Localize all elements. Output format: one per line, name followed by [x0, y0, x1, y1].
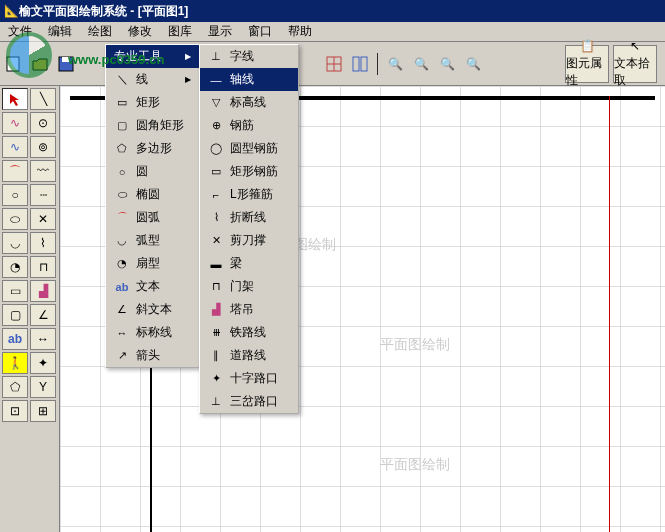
dd-roundrebar[interactable]: ◯圆型钢筋	[200, 137, 298, 160]
menu-library[interactable]: 图库	[160, 21, 200, 42]
tool-poly[interactable]: ⬠	[2, 376, 28, 398]
tool-fan[interactable]: ◔	[2, 256, 28, 278]
titlebar: 📐 榆文平面图绘制系统 - [平面图1]	[0, 0, 665, 22]
dd-railway[interactable]: ⧻铁路线	[200, 321, 298, 344]
dd-arc[interactable]: ⌒圆弧	[106, 206, 199, 229]
dd-roundrect[interactable]: ▢圆角矩形	[106, 114, 199, 137]
svg-rect-2	[62, 57, 70, 62]
tool-misc1[interactable]: ⊡	[2, 400, 28, 422]
text-pick-button[interactable]: ↖ 文本拾取	[613, 45, 657, 83]
menu-edit[interactable]: 编辑	[40, 21, 80, 42]
elevline-icon: ▽	[208, 95, 224, 111]
fan-icon: ◔	[114, 256, 130, 272]
tool-axis[interactable]: ⊙	[30, 112, 56, 134]
tool-rect[interactable]: ▭	[2, 280, 28, 302]
tool-line[interactable]: ╲	[30, 88, 56, 110]
pointer-icon: ↖	[630, 39, 640, 53]
dd-breakline[interactable]: ⌇折断线	[200, 206, 298, 229]
menu-view[interactable]: 显示	[200, 21, 240, 42]
tool-person[interactable]: 🚶	[2, 352, 28, 374]
tool-dim[interactable]: ↔	[30, 328, 56, 350]
tool-halfcircle[interactable]: ◡	[2, 232, 28, 254]
svg-rect-6	[353, 57, 359, 71]
dd-tjunction[interactable]: ⊥三岔路口	[200, 390, 298, 413]
dd-text[interactable]: ab文本	[106, 275, 199, 298]
dd-beam[interactable]: ▬梁	[200, 252, 298, 275]
dd-arctype[interactable]: ◡弧型	[106, 229, 199, 252]
tool-cross[interactable]: ✕	[30, 208, 56, 230]
tool-polyline[interactable]: ∿	[2, 112, 28, 134]
menu-window[interactable]: 窗口	[240, 21, 280, 42]
beam-icon: ▬	[208, 256, 224, 272]
arrow-icon: ↗	[114, 348, 130, 364]
tool-dashed[interactable]: ┄	[30, 184, 56, 206]
dd-ellipse[interactable]: ⬭椭圆	[106, 183, 199, 206]
dd-gate[interactable]: ⊓门架	[200, 275, 298, 298]
save-button[interactable]	[54, 52, 78, 76]
open-button[interactable]	[28, 52, 52, 76]
zoom-in-button[interactable]: 🔍	[383, 52, 407, 76]
split-button[interactable]	[348, 52, 372, 76]
menu-draw[interactable]: 绘图	[80, 21, 120, 42]
railway-icon: ⧻	[208, 325, 224, 341]
zoom-out-button[interactable]: 🔍	[409, 52, 433, 76]
tool-arc[interactable]: ⌒	[2, 160, 28, 182]
dd-rect[interactable]: ▭矩形	[106, 91, 199, 114]
dd-scissor[interactable]: ✕剪刀撑	[200, 229, 298, 252]
dd-axisline[interactable]: —轴线	[200, 68, 298, 91]
tool-wave[interactable]: 〰	[30, 160, 56, 182]
rect-icon: ▭	[114, 95, 130, 111]
main-toolbar: 🔍 🔍 🔍 🔍 📋 图元属性 ↖ 文本拾取	[0, 42, 665, 86]
element-props-button[interactable]: 📋 图元属性	[565, 45, 609, 83]
dd-fan[interactable]: ◔扇型	[106, 252, 199, 275]
arc-icon: ⌒	[114, 210, 130, 226]
dd-circle[interactable]: ○圆	[106, 160, 199, 183]
tool-misc2[interactable]: ⊞	[30, 400, 56, 422]
tool-roundrect[interactable]: ▢	[2, 304, 28, 326]
dropdown-level2: ⊥字线 —轴线 ▽标高线 ⊕钢筋 ◯圆型钢筋 ▭矩形钢筋 ⌐L形箍筋 ⌇折断线 …	[199, 44, 299, 414]
tool-text[interactable]: ab	[2, 328, 28, 350]
ellipse-icon: ⬭	[114, 187, 130, 203]
tool-zigzag[interactable]: ⌇	[30, 232, 56, 254]
tool-crane[interactable]: ▟	[30, 280, 56, 302]
dd-line[interactable]: ＼线	[106, 68, 199, 91]
rectrebar-icon: ▭	[208, 164, 224, 180]
dd-rectrebar[interactable]: ▭矩形钢筋	[200, 160, 298, 183]
tool-circle[interactable]: ○	[2, 184, 28, 206]
lstirrup-icon: ⌐	[208, 187, 224, 203]
new-button[interactable]	[2, 52, 26, 76]
props-icon: 📋	[580, 39, 595, 53]
roundrebar-icon: ◯	[208, 141, 224, 157]
grid-button[interactable]	[322, 52, 346, 76]
dd-charline[interactable]: ⊥字线	[200, 45, 298, 68]
dd-lstirrup[interactable]: ⌐L形箍筋	[200, 183, 298, 206]
arctype-icon: ◡	[114, 233, 130, 249]
dd-crossroad[interactable]: ✦十字路口	[200, 367, 298, 390]
tool-star[interactable]: ✦	[30, 352, 56, 374]
menu-modify[interactable]: 修改	[120, 21, 160, 42]
dd-obliquetext[interactable]: ∠斜文本	[106, 298, 199, 321]
dd-dimline[interactable]: ↔标称线	[106, 321, 199, 344]
dd-rebar[interactable]: ⊕钢筋	[200, 114, 298, 137]
zoom-fit-button[interactable]: 🔍	[435, 52, 459, 76]
tool-gate[interactable]: ⊓	[30, 256, 56, 278]
crossroad-icon: ✦	[208, 371, 224, 387]
dd-elevline[interactable]: ▽标高线	[200, 91, 298, 114]
separator	[377, 53, 378, 75]
dd-polygon[interactable]: ⬠多边形	[106, 137, 199, 160]
dd-crane[interactable]: ▟塔吊	[200, 298, 298, 321]
circle-icon: ○	[114, 164, 130, 180]
tool-pointer[interactable]	[2, 88, 28, 110]
tool-ellipse[interactable]: ⬭	[2, 208, 28, 230]
dd-arrow[interactable]: ↗箭头	[106, 344, 199, 367]
tool-spiral[interactable]: ⊚	[30, 136, 56, 158]
text-icon: ab	[114, 279, 130, 295]
tool-curve[interactable]: ∿	[2, 136, 28, 158]
dd-road[interactable]: ∥道路线	[200, 344, 298, 367]
dd-pro-tools[interactable]: 专业工具	[106, 45, 199, 68]
tool-branch[interactable]: Y	[30, 376, 56, 398]
zoom-region-button[interactable]: 🔍	[461, 52, 485, 76]
menu-file[interactable]: 文件	[0, 21, 40, 42]
menu-help[interactable]: 帮助	[280, 21, 320, 42]
tool-angle[interactable]: ∠	[30, 304, 56, 326]
